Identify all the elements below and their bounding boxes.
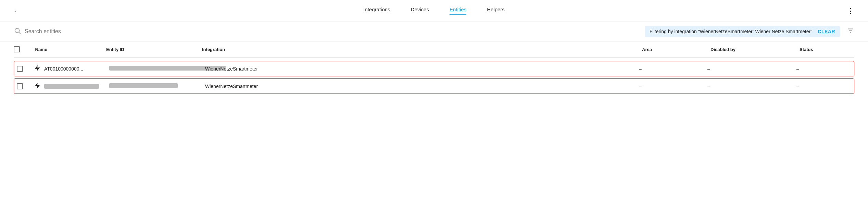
back-button[interactable]: ← [14, 7, 21, 15]
table-header: ↑ Name Entity ID Integration Area Disabl… [14, 41, 854, 58]
search-input[interactable] [25, 28, 127, 35]
row2-name[interactable] [34, 82, 109, 90]
svg-point-0 [15, 28, 20, 33]
row1-entity-id [109, 66, 205, 72]
filter-bar: Filtering by integration "WienerNetzeSma… [0, 22, 868, 41]
col-header-disabled-by: Disabled by [710, 47, 800, 52]
table-row: AT00100000000... WienerNetzeSmartmeter –… [14, 61, 854, 76]
nav-tabs: Integrations Devices Entities Helpers [363, 7, 505, 15]
row2-entity-id [109, 83, 205, 89]
more-options-button[interactable]: ⋮ [847, 7, 854, 15]
svg-line-1 [19, 32, 21, 34]
svg-marker-5 [35, 65, 40, 71]
row2-disabled-by: – [707, 84, 796, 89]
select-all-checkbox[interactable] [14, 46, 31, 52]
filter-icon[interactable] [847, 27, 854, 36]
row1-area: – [639, 66, 707, 72]
col-header-area: Area [642, 47, 710, 52]
top-navigation: ← Integrations Devices Entities Helpers … [0, 0, 868, 22]
filter-text: Filtering by integration "WienerNetzeSma… [650, 29, 812, 34]
tab-integrations[interactable]: Integrations [363, 7, 390, 15]
tab-helpers[interactable]: Helpers [487, 7, 505, 15]
bolt-icon [34, 82, 41, 90]
search-icon [14, 27, 21, 36]
row2-integration: WienerNetzeSmartmeter [205, 84, 639, 89]
row1-checkbox[interactable] [17, 66, 34, 72]
col-header-status: Status [800, 47, 854, 52]
entities-table: ↑ Name Entity ID Integration Area Disabl… [0, 41, 868, 94]
search-area [14, 27, 638, 36]
tab-devices[interactable]: Devices [411, 7, 429, 15]
row2-name-blurred [44, 84, 99, 89]
col-header-name[interactable]: ↑ Name [31, 47, 106, 52]
row2-area: – [639, 84, 707, 89]
row2-entity-id-blurred [109, 83, 178, 88]
row1-status: – [796, 66, 851, 72]
clear-filter-button[interactable]: CLEAR [818, 29, 835, 34]
row2-checkbox[interactable] [17, 83, 34, 89]
row1-disabled-by: – [707, 66, 796, 72]
col-header-entity-id: Entity ID [106, 47, 202, 52]
tab-entities[interactable]: Entities [450, 7, 466, 15]
row1-name-text: AT00100000000... [44, 66, 83, 72]
row2-status: – [796, 84, 851, 89]
row1-name[interactable]: AT00100000000... [34, 65, 109, 73]
row1-integration: WienerNetzeSmartmeter [205, 66, 639, 72]
col-header-integration: Integration [202, 47, 642, 52]
sort-arrow-icon: ↑ [31, 47, 33, 52]
bolt-icon [34, 65, 41, 73]
table-row: WienerNetzeSmartmeter – – – [14, 78, 854, 94]
filter-badge: Filtering by integration "WienerNetzeSma… [645, 26, 840, 37]
svg-marker-6 [35, 83, 40, 89]
back-icon: ← [14, 7, 21, 15]
more-icon: ⋮ [847, 7, 854, 15]
